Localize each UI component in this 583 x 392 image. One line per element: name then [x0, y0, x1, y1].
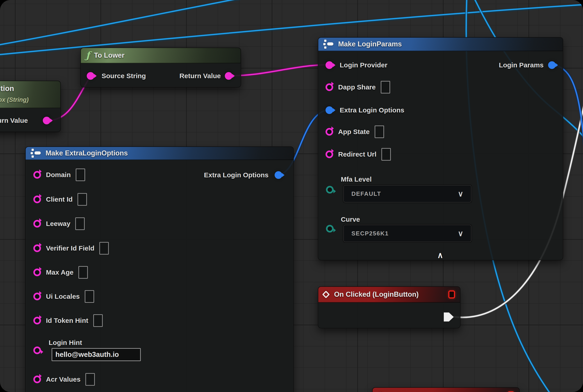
node-make-login-params[interactable]: Make LoginParams Login Provider Login Pa… — [318, 37, 563, 260]
ui-locales-label: Ui Locales — [46, 293, 80, 300]
id-token-hint-label: Id Token Hint — [46, 317, 88, 324]
redirect-url-label: Redirect Url — [338, 150, 376, 158]
domain-value-field[interactable] — [76, 168, 85, 181]
client-id-pin[interactable] — [33, 196, 41, 203]
login-provider-pin[interactable] — [326, 61, 333, 69]
wire-cyan-a-glow — [0, 0, 248, 46]
dapp-share-label: Dapp Share — [338, 83, 376, 91]
function-icon: ƒ — [86, 51, 90, 60]
source-string-label: Source String — [102, 72, 146, 80]
dapp-share-pin[interactable] — [326, 83, 333, 91]
leeway-pin[interactable] — [33, 220, 41, 228]
node-title: Make ExtraLoginOptions — [46, 149, 128, 157]
leeway-value-field[interactable] — [75, 218, 85, 230]
login-params-output-pin[interactable] — [548, 61, 556, 69]
acr-values-value-field[interactable] — [86, 373, 95, 386]
login-hint-pin[interactable] — [33, 346, 41, 354]
collapse-node-button[interactable]: ∧ — [437, 251, 443, 259]
id-token-hint-value-field[interactable] — [93, 314, 103, 327]
node-title: To Lower — [94, 51, 124, 60]
chevron-down-icon: ∨ — [458, 190, 464, 198]
node-on-clicked-logout-button[interactable]: On Clicked (LogoutButton) — [372, 387, 520, 392]
node-title: On Clicked (LoginButton) — [334, 290, 418, 298]
node-to-lower[interactable]: ƒ To Lower Source String Return Value — [80, 48, 241, 88]
acr-values-pin[interactable] — [33, 376, 41, 383]
node-to-lower-header[interactable]: ƒ To Lower — [81, 48, 240, 63]
app-state-label: App State — [338, 128, 370, 136]
login-params-output-label: Login Params — [499, 61, 544, 69]
node-subtitle-fragment: ox (String) — [0, 96, 28, 104]
node-on-clicked-logout-button-header[interactable]: On Clicked (LogoutButton) — [372, 388, 519, 392]
make-struct-icon — [31, 148, 42, 158]
mfa-level-value: DEFAULT — [352, 190, 381, 197]
max-age-value-field[interactable] — [78, 266, 88, 279]
verifier-id-field-pin[interactable] — [33, 244, 41, 252]
make-struct-icon — [323, 40, 334, 49]
return-value-pin[interactable] — [225, 72, 232, 80]
mfa-level-dropdown[interactable]: DEFAULT ∨ — [343, 184, 472, 203]
login-hint-input[interactable]: hello@web3auth.io — [52, 348, 141, 361]
extra-login-options-input-pin[interactable] — [326, 106, 333, 114]
blueprint-graph-canvas[interactable]: tion ox (String) eturn Value ƒ To Lower … — [0, 0, 583, 392]
login-hint-label: Login Hint — [49, 339, 82, 346]
curve-pin[interactable] — [326, 225, 334, 232]
chevron-down-icon: ∨ — [458, 230, 464, 237]
node-text-function-partial[interactable]: tion ox (String) eturn Value — [0, 81, 61, 132]
node-title: Make LoginParams — [338, 40, 402, 48]
return-value-label-fragment: eturn Value — [0, 117, 28, 124]
client-id-label: Client Id — [46, 196, 72, 203]
domain-label: Domain — [46, 171, 71, 179]
id-token-hint-pin[interactable] — [33, 317, 41, 324]
domain-pin[interactable] — [33, 171, 41, 179]
ui-locales-pin[interactable] — [33, 293, 41, 300]
node-text-function-partial-header[interactable]: tion ox (String) — [0, 81, 60, 108]
login-provider-label: Login Provider — [340, 61, 388, 69]
max-age-pin[interactable] — [33, 268, 41, 276]
source-string-pin[interactable] — [87, 72, 94, 80]
return-value-label: Return Value — [180, 72, 221, 80]
app-state-value-field[interactable] — [374, 126, 384, 138]
string-output-pin[interactable] — [43, 117, 50, 124]
dapp-share-value-field[interactable] — [381, 81, 390, 94]
curve-label: Curve — [341, 216, 360, 223]
acr-values-label: Acr Values — [46, 376, 80, 383]
extra-login-options-output-pin[interactable] — [274, 171, 282, 179]
curve-dropdown[interactable]: SECP256K1 ∨ — [343, 224, 472, 243]
app-state-pin[interactable] — [326, 128, 333, 136]
max-age-label: Max Age — [46, 268, 74, 276]
bound-event-icon — [448, 290, 455, 298]
extra-login-options-input-label: Extra Login Options — [340, 106, 404, 114]
node-make-extra-login-options-header[interactable]: Make ExtraLoginOptions — [26, 147, 293, 160]
extra-login-options-output-label: Extra Login Options — [204, 171, 268, 179]
verifier-id-field-value-field[interactable] — [99, 242, 109, 254]
node-make-extra-login-options[interactable]: Make ExtraLoginOptions Extra Login Optio… — [25, 146, 294, 392]
mfa-level-label: Mfa Level — [341, 176, 372, 183]
mfa-level-pin[interactable] — [326, 186, 334, 194]
ui-locales-value-field[interactable] — [85, 290, 94, 303]
redirect-url-value-field[interactable] — [382, 148, 391, 161]
client-id-value-field[interactable] — [78, 193, 87, 206]
leeway-label: Leeway — [46, 220, 70, 228]
verifier-id-field-label: Verifier Id Field — [46, 244, 94, 252]
redirect-url-pin[interactable] — [326, 150, 333, 158]
node-make-login-params-header[interactable]: Make LoginParams — [318, 38, 563, 51]
event-icon — [322, 290, 330, 298]
exec-output-pin[interactable] — [444, 312, 454, 322]
curve-value: SECP256K1 — [352, 230, 388, 237]
node-on-clicked-login-button-header[interactable]: On Clicked (LoginButton) — [318, 287, 460, 302]
node-title-fragment: tion — [0, 84, 14, 93]
node-on-clicked-login-button[interactable]: On Clicked (LoginButton) — [318, 286, 460, 328]
